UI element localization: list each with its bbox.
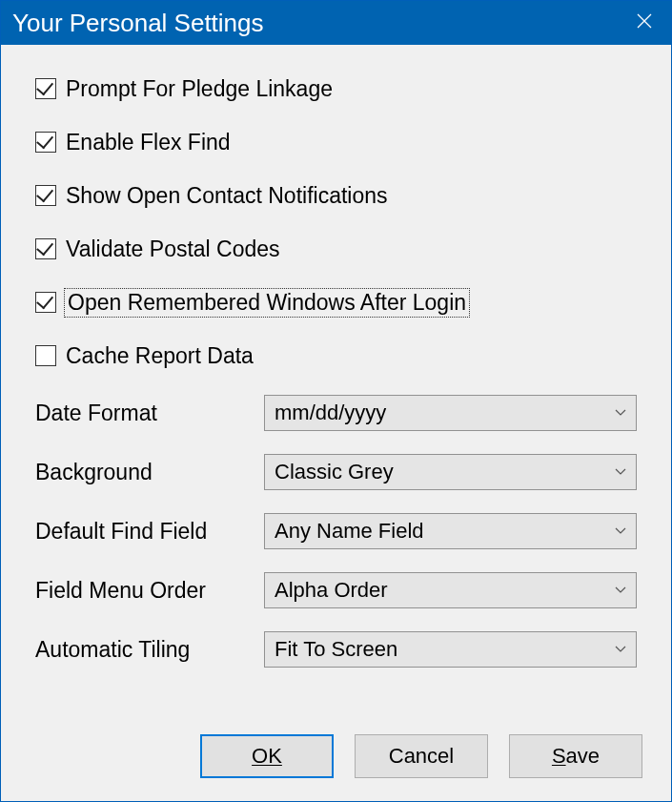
checkbox-row[interactable]: Show Open Contact Notifications <box>35 180 637 211</box>
form-row: Automatic TilingFit To Screen <box>35 630 637 668</box>
close-icon <box>637 13 652 32</box>
combo-value: Fit To Screen <box>275 637 397 662</box>
form-row: Date Formatmm/dd/yyyy <box>35 394 637 432</box>
checkbox-row[interactable]: Open Remembered Windows After Login <box>35 287 637 318</box>
save-button[interactable]: Save <box>509 734 642 778</box>
form-row: Field Menu OrderAlpha Order <box>35 571 637 609</box>
checkbox[interactable] <box>35 78 56 99</box>
chevron-down-icon <box>615 525 626 537</box>
close-button[interactable] <box>618 1 671 45</box>
combo-box[interactable]: Classic Grey <box>264 454 637 490</box>
window-title: Your Personal Settings <box>12 9 264 38</box>
combo-box[interactable]: Fit To Screen <box>264 631 637 668</box>
combo-box[interactable]: mm/dd/yyyy <box>264 395 637 431</box>
checkbox-row[interactable]: Validate Postal Codes <box>35 234 637 264</box>
ok-button[interactable]: OK <box>200 734 334 778</box>
dialog-content: Prompt For Pledge LinkageEnable Flex Fin… <box>1 45 671 668</box>
form-row: Default Find FieldAny Name Field <box>35 512 637 550</box>
form-label: Background <box>35 460 264 485</box>
form-label: Field Menu Order <box>35 578 264 604</box>
combo-value: Classic Grey <box>275 460 394 484</box>
chevron-down-icon <box>615 407 626 419</box>
form-label: Date Format <box>35 401 264 426</box>
cancel-button[interactable]: Cancel <box>355 734 488 778</box>
form-label: Default Find Field <box>35 519 264 545</box>
ok-button-label: OK <box>252 744 282 768</box>
combo-box[interactable]: Alpha Order <box>264 572 637 608</box>
checkbox[interactable] <box>35 238 56 259</box>
chevron-down-icon <box>615 644 626 655</box>
checkbox-label: Show Open Contact Notifications <box>66 183 388 209</box>
button-row: OK Cancel Save <box>200 734 642 778</box>
chevron-down-icon <box>615 585 626 596</box>
combo-box[interactable]: Any Name Field <box>264 513 637 549</box>
checkbox[interactable] <box>35 132 56 153</box>
combo-value: Alpha Order <box>275 578 388 603</box>
form-row: BackgroundClassic Grey <box>35 453 637 491</box>
checkbox-row[interactable]: Prompt For Pledge Linkage <box>35 73 637 104</box>
combo-value: Any Name Field <box>275 519 424 544</box>
checkbox-label: Enable Flex Find <box>66 130 231 155</box>
form-label: Automatic Tiling <box>35 637 264 663</box>
chevron-down-icon <box>615 466 626 478</box>
titlebar: Your Personal Settings <box>1 1 671 45</box>
checkbox[interactable] <box>35 185 56 206</box>
cancel-button-label: Cancel <box>389 744 454 769</box>
checkbox[interactable] <box>35 292 56 313</box>
checkbox-label: Open Remembered Windows After Login <box>66 290 468 316</box>
combo-value: mm/dd/yyyy <box>275 401 386 425</box>
checkbox-label: Cache Report Data <box>66 343 254 369</box>
settings-dialog: Your Personal Settings Prompt For Pledge… <box>0 0 672 802</box>
checkbox-label: Validate Postal Codes <box>66 236 280 262</box>
checkbox-row[interactable]: Cache Report Data <box>35 340 637 371</box>
checkbox[interactable] <box>35 345 56 366</box>
checkbox-label: Prompt For Pledge Linkage <box>66 76 333 102</box>
checkbox-row[interactable]: Enable Flex Find <box>35 127 637 157</box>
